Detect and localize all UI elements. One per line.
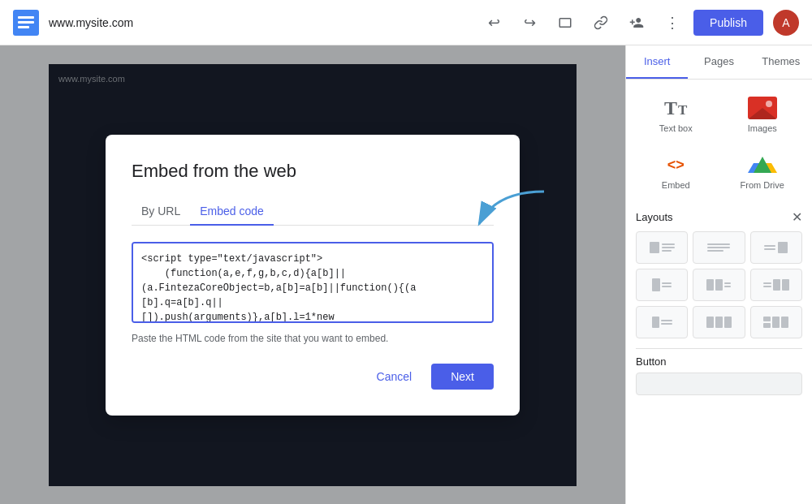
layout-item-1[interactable] <box>636 231 688 264</box>
cancel-button[interactable]: Cancel <box>364 364 425 390</box>
svg-rect-4 <box>559 18 571 27</box>
insert-embed[interactable]: <> Embed <box>636 146 716 196</box>
button-section-label: Button <box>636 355 802 368</box>
textbox-label: Text box <box>659 123 693 133</box>
layout-row-3 <box>636 306 802 338</box>
canvas-area: www.mysite.com Embed from the web <box>0 45 625 504</box>
drive-icon <box>746 153 779 177</box>
layout-item-2[interactable] <box>693 231 745 264</box>
embed-label: Embed <box>662 180 690 190</box>
insert-textbox[interactable]: TT Text box <box>636 89 716 140</box>
layout-item-4[interactable] <box>636 269 688 301</box>
redo-button[interactable]: ↪ <box>515 8 544 37</box>
undo-button[interactable]: ↩ <box>479 8 508 37</box>
publish-button[interactable]: Publish <box>693 10 763 36</box>
link-button[interactable] <box>586 8 615 37</box>
add-collaborator-button[interactable] <box>622 8 651 37</box>
button-section: Button <box>636 348 802 395</box>
preview-button[interactable] <box>551 8 580 37</box>
topbar: www.mysite.com ↩ ↪ ⋮ Publish A <box>0 0 812 45</box>
layout-row-2 <box>636 269 802 301</box>
svg-rect-2 <box>18 21 34 24</box>
insert-images[interactable]: Images <box>723 89 803 140</box>
drive-label: From Drive <box>741 180 784 190</box>
modal-tabs: By URL Embed code <box>132 198 494 226</box>
svg-rect-1 <box>18 16 34 19</box>
layout-item-7[interactable] <box>636 306 688 338</box>
insert-grid: TT Text box Images <box>636 89 802 196</box>
button-preview[interactable] <box>636 373 802 395</box>
textbox-icon: TT <box>659 96 692 120</box>
topbar-actions: ↩ ↪ ⋮ Publish A <box>479 8 799 37</box>
embed-modal: Embed from the web By URL Embed code <sc… <box>106 135 520 416</box>
embed-icon: <> <box>659 153 692 177</box>
layouts-section-title: Layouts ✕ <box>636 209 802 225</box>
layout-item-6[interactable] <box>750 269 802 301</box>
next-button[interactable]: Next <box>431 364 494 390</box>
embed-hint: Paste the HTML code from the site that y… <box>132 333 494 344</box>
app-icon <box>13 10 39 36</box>
layout-item-9[interactable] <box>750 306 802 338</box>
layouts-label: Layouts <box>636 211 673 223</box>
images-icon <box>746 96 779 120</box>
tab-by-url[interactable]: By URL <box>132 198 190 226</box>
main-layout: www.mysite.com Embed from the web <box>0 45 812 504</box>
layouts-close[interactable]: ✕ <box>792 209 802 225</box>
panel-tab-pages[interactable]: Pages <box>688 45 749 79</box>
svg-rect-3 <box>18 26 29 28</box>
layout-item-8[interactable] <box>693 306 745 338</box>
tab-embed-code[interactable]: Embed code <box>190 198 274 226</box>
more-options-button[interactable]: ⋮ <box>658 8 687 37</box>
panel-content: TT Text box Images <box>626 80 812 504</box>
user-avatar[interactable]: A <box>773 10 799 36</box>
layout-row-1 <box>636 231 802 264</box>
layout-item-5[interactable] <box>693 269 745 301</box>
panel-tab-insert[interactable]: Insert <box>626 45 688 79</box>
layout-item-3[interactable] <box>750 231 802 264</box>
panel-tab-themes[interactable]: Themes <box>750 45 812 79</box>
embed-code-input[interactable]: <script type="text/javascript"> (functio… <box>132 242 494 323</box>
panel-tabs: Insert Pages Themes <box>626 45 812 80</box>
insert-from-drive[interactable]: From Drive <box>723 146 803 196</box>
modal-actions: Cancel Next <box>132 364 494 390</box>
images-label: Images <box>748 123 777 133</box>
modal-overlay: Embed from the web By URL Embed code <sc… <box>0 45 625 504</box>
modal-title: Embed from the web <box>132 161 494 182</box>
right-panel: Insert Pages Themes TT Text box <box>625 45 812 504</box>
site-title: www.mysite.com <box>49 16 479 29</box>
